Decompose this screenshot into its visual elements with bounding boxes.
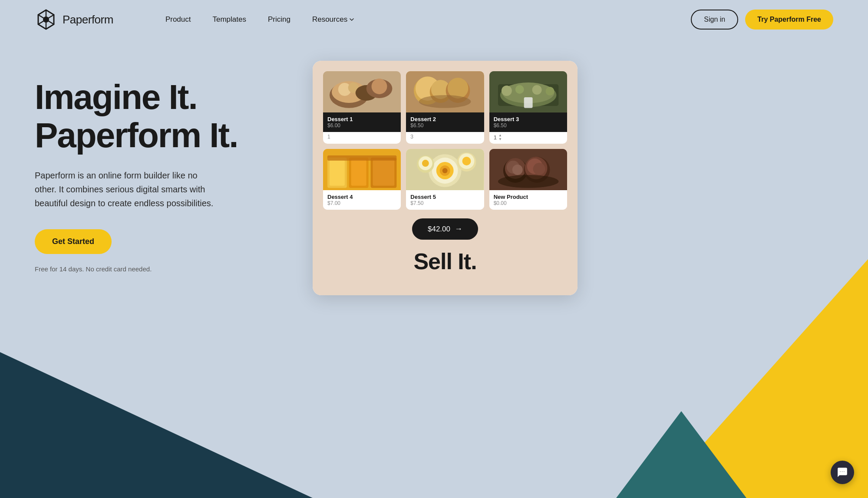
product-label-2: Dessert 2 $6.50 — [406, 112, 484, 132]
product-label-5: Dessert 5 $7.50 — [406, 190, 484, 210]
product-item-4: Dessert 4 $7.00 — [323, 149, 401, 210]
svg-point-55 — [498, 175, 558, 188]
nav-actions: Sign in Try Paperform Free — [691, 10, 833, 30]
hero-heading: Imagine It. Paperform It. — [35, 78, 278, 155]
product-price-2: $6.50 — [410, 122, 479, 129]
svg-point-54 — [533, 163, 545, 175]
checkout-button[interactable]: $42.00 → — [412, 218, 478, 240]
chat-icon — [837, 467, 848, 478]
nav-templates[interactable]: Templates — [212, 15, 246, 23]
svg-point-21 — [502, 86, 512, 96]
product-image-2 — [406, 71, 484, 112]
product-name-2: Dessert 2 — [410, 116, 479, 122]
product-card-inner: Dessert 1 $6.00 1 — [313, 61, 578, 295]
get-started-button[interactable]: Get Started — [35, 229, 112, 254]
product-qty-input-3: 1 ▲ ▼ — [489, 132, 567, 144]
hero-note: Free for 14 days. No credit card needed. — [35, 265, 278, 273]
svg-point-50 — [512, 165, 522, 175]
try-free-button[interactable]: Try Paperform Free — [745, 10, 833, 30]
svg-rect-28 — [330, 160, 345, 186]
product-price-5: $7.50 — [410, 200, 479, 206]
nav-links: Product Templates Pricing Resources — [165, 15, 354, 24]
chevron-down-icon — [349, 17, 354, 22]
hero-section: Imagine It. Paperform It. Paperform is a… — [0, 39, 868, 295]
product-label-6: New Product $0.00 — [489, 190, 567, 210]
product-item-2: Dessert 2 $6.50 3 — [406, 71, 484, 144]
product-item-6: New Product $0.00 — [489, 149, 567, 210]
product-label-1: Dessert 1 $6.00 — [323, 112, 401, 132]
product-name-6: New Product — [494, 194, 563, 200]
product-item-5: Dessert 5 $7.50 — [406, 149, 484, 210]
product-qty-1: 1 — [323, 132, 401, 142]
background-dark-triangle — [0, 290, 313, 498]
product-item-1: Dessert 1 $6.00 1 — [323, 71, 401, 144]
product-price-1: $6.00 — [327, 122, 396, 129]
checkout-total: $42.00 — [428, 225, 450, 234]
svg-point-39 — [442, 168, 448, 173]
product-name-1: Dessert 1 — [327, 116, 396, 122]
svg-point-45 — [422, 160, 429, 167]
product-demo-card: Dessert 1 $6.00 1 — [313, 61, 578, 295]
product-image-3 — [489, 71, 567, 112]
svg-rect-33 — [327, 155, 396, 161]
svg-point-8 — [372, 79, 387, 94]
product-item-3: Dessert 3 $6.50 1 ▲ ▼ — [489, 71, 567, 144]
hero-subtext: Paperform is an online form builder like… — [35, 168, 221, 210]
svg-point-23 — [532, 85, 541, 95]
qty-value-3: 1 — [494, 134, 497, 141]
logo-link[interactable]: Paperform — [35, 8, 113, 31]
product-name-5: Dessert 5 — [410, 194, 479, 200]
qty-arrows-3[interactable]: ▲ ▼ — [498, 134, 502, 141]
product-name-4: Dessert 4 — [327, 194, 396, 200]
svg-point-42 — [462, 157, 471, 165]
nav-product[interactable]: Product — [165, 15, 191, 23]
checkout-row: $42.00 → — [323, 218, 567, 240]
svg-rect-30 — [351, 160, 366, 186]
svg-point-22 — [515, 85, 524, 94]
product-image-1 — [323, 71, 401, 112]
svg-rect-32 — [373, 160, 395, 186]
nav-pricing[interactable]: Pricing — [268, 15, 290, 23]
product-image-5 — [406, 149, 484, 190]
product-image-6 — [489, 149, 567, 190]
chat-widget[interactable] — [831, 461, 854, 484]
product-label-3: Dessert 3 $6.50 — [489, 112, 567, 132]
product-qty-2: 3 — [406, 132, 484, 142]
svg-point-0 — [43, 16, 49, 23]
product-image-4 — [323, 149, 401, 190]
svg-rect-25 — [524, 97, 532, 108]
hero-content: Imagine It. Paperform It. Paperform is a… — [35, 65, 278, 273]
product-price-4: $7.00 — [327, 200, 396, 206]
logo-icon — [35, 8, 57, 31]
qty-up-arrow[interactable]: ▲ — [498, 134, 502, 137]
svg-point-16 — [419, 95, 471, 108]
qty-down-arrow[interactable]: ▼ — [498, 138, 502, 141]
product-price-3: $6.50 — [494, 122, 563, 129]
sell-it-text: Sell It. — [323, 248, 567, 285]
nav-resources[interactable]: Resources — [312, 15, 354, 24]
signin-button[interactable]: Sign in — [691, 10, 738, 30]
navbar: Paperform Product Templates Pricing Reso… — [0, 0, 868, 39]
logo-text: Paperform — [63, 13, 113, 26]
product-grid: Dessert 1 $6.00 1 — [323, 71, 567, 210]
checkout-arrow-icon: → — [455, 224, 462, 234]
product-name-3: Dessert 3 — [494, 116, 563, 122]
product-price-6: $0.00 — [494, 200, 563, 206]
product-label-4: Dessert 4 $7.00 — [323, 190, 401, 210]
svg-point-24 — [545, 87, 554, 96]
